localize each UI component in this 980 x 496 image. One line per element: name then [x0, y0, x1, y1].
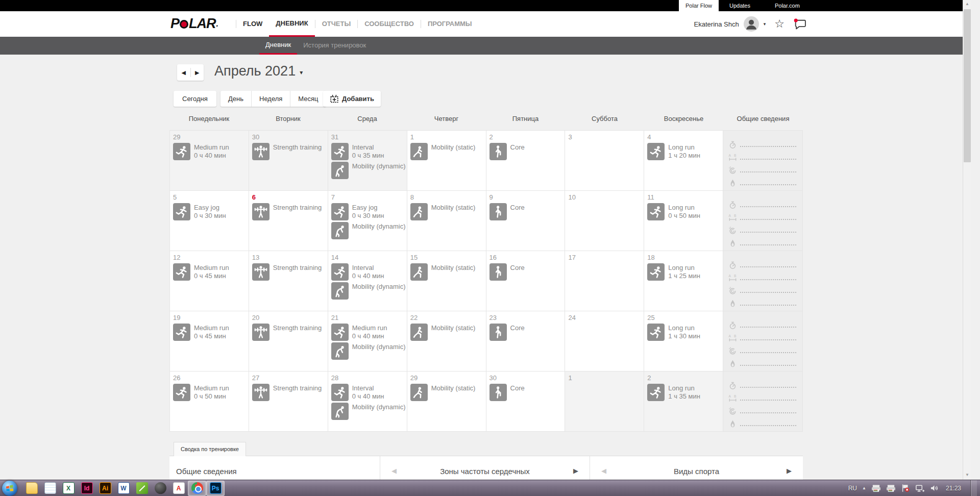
- nav-item-программы[interactable]: ПРОГРАММЫ: [421, 11, 479, 37]
- subnav-item-история-тренировок[interactable]: История тренировок: [297, 37, 372, 55]
- notifications-icon[interactable]: [793, 18, 807, 31]
- scrollbar-thumb[interactable]: [964, 9, 971, 162]
- workout-event[interactable]: Mobility (dynamic): [331, 342, 404, 360]
- calendar-day-cell[interactable]: 23Core: [486, 311, 566, 371]
- site-tab-updates[interactable]: Updates: [723, 0, 757, 11]
- nav-item-flow[interactable]: FLOW: [236, 11, 269, 37]
- workout-event[interactable]: Strength training: [252, 203, 325, 220]
- clock[interactable]: 21:23: [944, 485, 965, 492]
- calendar-day-cell[interactable]: 19Medium run0 ч 45 мин: [170, 311, 249, 371]
- user-name[interactable]: Ekaterina Shch: [694, 20, 739, 28]
- workout-event[interactable]: Strength training: [252, 384, 325, 401]
- language-indicator[interactable]: RU: [848, 485, 857, 492]
- network-icon[interactable]: [915, 484, 925, 492]
- show-desktop-button[interactable]: [970, 480, 977, 496]
- workout-event[interactable]: Core: [489, 203, 562, 220]
- workout-event[interactable]: Mobility (dynamic): [331, 282, 404, 300]
- workout-event[interactable]: Mobility (dynamic): [331, 403, 404, 420]
- calendar-day-cell[interactable]: 3: [565, 131, 644, 191]
- scroll-down-arrow[interactable]: ▼: [963, 473, 971, 477]
- calendar-day-cell[interactable]: 1Mobility (static): [407, 131, 486, 191]
- workout-event[interactable]: Long run0 ч 50 мин: [647, 203, 720, 220]
- calendar-day-cell[interactable]: 25Long run1 ч 30 мин: [644, 311, 723, 371]
- calendar-day-cell[interactable]: 30Core: [486, 371, 566, 432]
- calendar-day-cell[interactable]: 8Mobility (static): [407, 191, 486, 251]
- calendar-day-cell[interactable]: 22Mobility (static): [407, 311, 486, 371]
- workout-event[interactable]: Long run1 ч 35 мин: [647, 384, 720, 401]
- taskbar-app-green[interactable]: [133, 481, 151, 496]
- workout-event[interactable]: Mobility (static): [410, 143, 483, 160]
- calendar-day-cell[interactable]: 2Long run1 ч 35 мин: [644, 371, 723, 432]
- calendar-day-cell[interactable]: 10: [565, 191, 644, 251]
- subnav-item-дневник[interactable]: Дневник: [259, 37, 297, 55]
- taskbar-app-notepad[interactable]: [41, 481, 59, 496]
- workout-event[interactable]: Mobility (static): [410, 384, 483, 401]
- calendar-day-cell[interactable]: 26Medium run0 ч 50 мин: [170, 371, 249, 432]
- workout-event[interactable]: Strength training: [252, 263, 325, 281]
- workout-event[interactable]: Interval0 ч 35 мин: [331, 143, 404, 160]
- calendar-day-cell[interactable]: 15Mobility (static): [407, 251, 486, 311]
- workout-event[interactable]: Mobility (dynamic): [331, 222, 404, 239]
- action-center-flag-icon[interactable]: [901, 484, 910, 492]
- workout-event[interactable]: Mobility (static): [410, 263, 483, 281]
- taskbar-app-dark[interactable]: [151, 481, 169, 496]
- hidden-icons-arrow[interactable]: ▲: [862, 486, 866, 490]
- calendar-day-cell[interactable]: 9Core: [486, 191, 566, 251]
- calendar-day-cell[interactable]: 27Strength training: [249, 371, 328, 432]
- vertical-scrollbar[interactable]: ▲ ▼: [963, 0, 971, 480]
- view-button-неделя[interactable]: Неделя: [251, 91, 290, 107]
- workout-event[interactable]: Medium run0 ч 40 мин: [173, 143, 246, 160]
- taskbar-app-explorer[interactable]: [22, 481, 41, 496]
- workout-event[interactable]: Interval0 ч 40 мин: [331, 384, 404, 401]
- section-next-arrow[interactable]: ▶: [573, 467, 578, 475]
- scroll-up-arrow[interactable]: ▲: [963, 2, 971, 6]
- workout-event[interactable]: Strength training: [252, 143, 325, 160]
- workout-event[interactable]: Medium run0 ч 50 мин: [173, 384, 246, 401]
- taskbar-app-chrome[interactable]: [188, 481, 206, 496]
- calendar-day-cell[interactable]: 4Long run1 ч 20 мин: [644, 131, 723, 191]
- workout-event[interactable]: Long run1 ч 25 мин: [647, 263, 720, 281]
- polar-logo[interactable]: PLAR.: [170, 16, 218, 32]
- taskbar-app-indesign[interactable]: Id: [78, 481, 96, 496]
- workout-event[interactable]: Core: [489, 143, 562, 160]
- workout-event[interactable]: Core: [489, 324, 562, 341]
- section-next-arrow[interactable]: ▶: [787, 467, 792, 475]
- calendar-day-cell[interactable]: 28Interval0 ч 40 минMobility (dynamic): [328, 371, 407, 432]
- workout-event[interactable]: Long run1 ч 30 мин: [647, 324, 720, 341]
- next-month-button[interactable]: ▶: [191, 69, 204, 76]
- calendar-day-cell[interactable]: 5Easy jog0 ч 30 мин: [170, 191, 249, 251]
- training-summary-tab[interactable]: Сводка по тренировке: [174, 442, 246, 456]
- view-button-день[interactable]: День: [220, 91, 251, 107]
- workout-event[interactable]: Mobility (static): [410, 324, 483, 341]
- month-selector[interactable]: Апрель 2021 ▾: [214, 63, 303, 79]
- avatar[interactable]: [744, 16, 759, 32]
- calendar-day-cell[interactable]: 14Interval0 ч 40 минMobility (dynamic): [328, 251, 407, 311]
- calendar-day-cell[interactable]: 21Medium run0 ч 40 минMobility (dynamic): [328, 311, 407, 371]
- workout-event[interactable]: Core: [489, 263, 562, 281]
- today-button[interactable]: Сегодня: [174, 91, 216, 107]
- workout-event[interactable]: Mobility (dynamic): [331, 162, 404, 179]
- add-button[interactable]: Добавить: [323, 91, 381, 107]
- volume-icon[interactable]: [930, 484, 939, 492]
- calendar-day-cell[interactable]: 29Mobility (static): [407, 371, 486, 432]
- site-tab-polar-com[interactable]: Polar.com: [768, 0, 806, 11]
- printer-icon[interactable]: [886, 484, 896, 492]
- prev-month-button[interactable]: ◀: [177, 69, 190, 76]
- calendar-day-cell[interactable]: 29Medium run0 ч 40 мин: [170, 131, 249, 191]
- workout-event[interactable]: Easy jog0 ч 30 мин: [331, 203, 404, 220]
- calendar-day-cell[interactable]: 30Strength training: [249, 131, 328, 191]
- calendar-day-cell[interactable]: 24: [565, 311, 644, 371]
- taskbar-app-excel[interactable]: X: [59, 481, 78, 496]
- calendar-day-cell[interactable]: 7Easy jog0 ч 30 минMobility (dynamic): [328, 191, 407, 251]
- nav-item-сообщество[interactable]: СООБЩЕСТВО: [358, 11, 421, 37]
- calendar-day-cell[interactable]: 31Interval0 ч 35 минMobility (dynamic): [328, 131, 407, 191]
- workout-event[interactable]: Core: [489, 384, 562, 401]
- site-tab-polar-flow[interactable]: Polar Flow: [679, 0, 719, 11]
- view-button-месяц[interactable]: Месяц: [290, 91, 326, 107]
- calendar-day-cell[interactable]: 20Strength training: [249, 311, 328, 371]
- workout-event[interactable]: Long run1 ч 20 мин: [647, 143, 720, 160]
- workout-event[interactable]: Medium run0 ч 40 мин: [331, 324, 404, 341]
- calendar-day-cell[interactable]: 2Core: [486, 131, 566, 191]
- workout-event[interactable]: Medium run0 ч 45 мин: [173, 324, 246, 341]
- calendar-day-cell[interactable]: 1: [565, 371, 644, 432]
